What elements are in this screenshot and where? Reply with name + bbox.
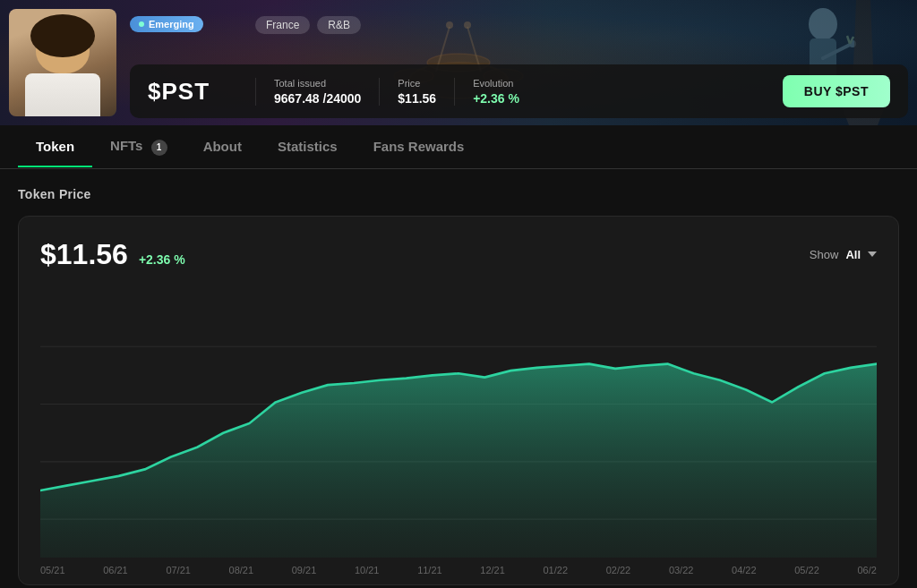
chart-price-change: +2.36 %	[139, 252, 185, 267]
show-selector[interactable]: Show All	[810, 248, 877, 261]
token-symbol: $PST	[148, 78, 228, 106]
x-label-10: 03/22	[669, 565, 694, 575]
chart-svg	[40, 289, 877, 558]
tag-genre: R&B	[317, 16, 361, 34]
x-label-2: 07/21	[166, 565, 191, 575]
price-chart	[40, 289, 877, 558]
tab-nfts[interactable]: NFTs 1	[92, 125, 185, 168]
x-label-13: 06/2	[857, 565, 876, 575]
evolution-value: +2.36 %	[473, 91, 519, 106]
total-issued-label: Total issued	[274, 78, 361, 89]
x-axis-labels: 05/21 06/21 07/21 08/21 09/21 10/21 11/2…	[40, 558, 877, 575]
tag-country: France	[255, 16, 310, 34]
chart-header: $11.56 +2.36 % Show All	[40, 238, 877, 271]
x-label-5: 10/21	[355, 565, 380, 575]
price-value: $11.56	[398, 91, 436, 106]
total-issued-value: 9667.48 /24000	[274, 91, 361, 106]
chart-card: $11.56 +2.36 % Show All	[18, 216, 899, 585]
x-label-7: 12/21	[480, 565, 505, 575]
tab-statistics[interactable]: Statistics	[260, 126, 356, 166]
token-info-bar: $PST Total issued 9667.48 /24000 Price $…	[130, 64, 908, 118]
tab-about[interactable]: About	[185, 126, 260, 166]
token-evolution: Evolution +2.36 %	[454, 78, 537, 106]
buy-button[interactable]: BUY $PST	[783, 75, 890, 107]
show-label: Show	[810, 248, 839, 261]
evolution-label: Evolution	[473, 78, 519, 89]
svg-point-8	[464, 21, 471, 29]
x-label-11: 04/22	[732, 565, 757, 575]
token-total-issued: Total issued 9667.48 /24000	[255, 78, 379, 106]
chevron-down-icon	[868, 251, 877, 257]
svg-point-9	[809, 8, 837, 40]
x-label-3: 08/21	[229, 565, 254, 575]
main-content: Token Price $11.56 +2.36 % Show All	[0, 169, 917, 589]
x-label-8: 01/22	[544, 565, 569, 575]
x-label-0: 05/21	[40, 565, 65, 575]
chart-price-info: $11.56 +2.36 %	[40, 238, 185, 271]
x-label-4: 09/21	[292, 565, 317, 575]
svg-point-7	[446, 21, 453, 29]
avatar	[9, 9, 116, 116]
emerging-label: Emerging	[149, 19, 194, 30]
section-title: Token Price	[18, 187, 899, 201]
nav-tabs: Token NFTs 1 About Statistics Fans Rewar…	[0, 125, 917, 169]
token-price: Price $11.56	[379, 78, 454, 106]
x-label-9: 02/22	[606, 565, 631, 575]
x-label-1: 06/21	[103, 565, 128, 575]
artist-card	[9, 9, 116, 116]
chart-price-value: $11.56	[40, 238, 128, 271]
shirt-detail	[25, 73, 100, 116]
tab-token[interactable]: Token	[18, 126, 92, 166]
emerging-badge: Emerging	[130, 16, 203, 32]
emerging-dot	[139, 21, 144, 27]
x-label-12: 05/22	[794, 565, 819, 575]
hero-banner: Emerging France R&B $PST Total issued 96…	[0, 0, 917, 125]
artist-tags: France R&B	[255, 16, 361, 34]
tab-fans-rewards[interactable]: Fans Rewards	[356, 126, 483, 166]
price-label: Price	[398, 78, 436, 89]
nfts-badge: 1	[151, 140, 167, 156]
show-value: All	[845, 248, 861, 261]
x-label-6: 11/21	[417, 565, 442, 575]
